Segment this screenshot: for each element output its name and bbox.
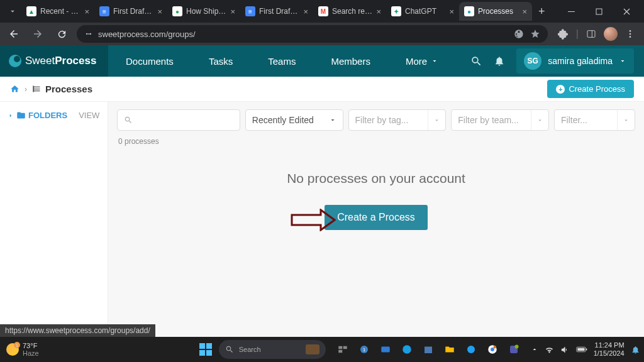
app-body: FOLDERS VIEW Recently Edited Filter by t… [0,102,644,337]
tab-strip: ▲Recent - Goo× ≡First Draft for× ●How Sh… [0,0,644,23]
filter-tag[interactable]: Filter by tag... [348,109,447,131]
tab-title: Processes [478,7,518,16]
app-icon[interactable] [462,340,480,359]
extensions-icon[interactable] [558,29,569,40]
chevron-down-icon [431,57,438,65]
search-input[interactable] [117,109,240,131]
app-header: SweetProcess Documents Tasks Teams Membe… [0,45,644,77]
search-icon[interactable] [470,55,482,67]
browser-tab[interactable]: ✦ChatGPT× [386,2,459,21]
bell-icon[interactable] [494,55,505,67]
svg-rect-13 [338,350,342,353]
sort-select[interactable]: Recently Edited [245,109,343,131]
url-input[interactable]: sweetprocess.com/groups/ [77,25,548,43]
browser-tab[interactable]: ≡First Draft for× [94,2,167,21]
back-button[interactable] [5,25,23,43]
chevron-right-icon [8,112,14,119]
close-icon[interactable]: × [84,7,89,16]
browser-tab[interactable]: ▲Recent - Goo× [21,2,94,21]
close-icon[interactable]: × [157,7,162,16]
translate-icon[interactable] [514,29,524,39]
browser-tab[interactable]: ●How ShipCalm× [167,2,240,21]
notifications-icon[interactable] [631,345,640,354]
edge-icon[interactable] [397,340,416,359]
bookmark-icon[interactable] [530,29,540,39]
filter-row: Recently Edited Filter by tag... Filter … [117,109,635,131]
tab-title: Search results [332,7,372,16]
close-icon[interactable]: × [303,7,308,16]
logo-icon [9,55,21,67]
create-process-button[interactable]: + Create Process [547,80,634,98]
sidebar-folders[interactable]: FOLDERS [8,111,67,120]
taskbar-weather[interactable]: 1 73°F Haze [0,342,45,357]
logo[interactable]: SweetProcess [0,45,108,77]
create-a-process-button[interactable]: Create a Process [325,205,428,230]
close-icon[interactable]: × [376,7,381,16]
browser-tab[interactable]: ≡First Draft for× [240,2,313,21]
site-info-icon[interactable] [84,30,93,38]
taskbar-clock[interactable]: 11:24 PM 1/15/2024 [594,341,625,358]
docs-icon: ≡ [245,6,255,16]
chrome-menu-icon[interactable] [625,29,635,39]
wifi-icon[interactable] [545,345,554,354]
tab-dropdown-icon[interactable] [4,7,21,16]
copilot-icon[interactable]: 1 [355,340,374,359]
close-icon[interactable]: × [449,7,454,16]
main-nav: Documents Tasks Teams Members More [108,45,456,77]
svg-point-8 [630,33,631,35]
maximize-button[interactable] [585,2,613,21]
svg-point-2 [86,33,87,35]
battery-icon[interactable] [576,346,587,353]
volume-icon[interactable] [560,345,570,354]
taskbar-search[interactable]: Search [219,340,326,359]
store-icon[interactable] [419,340,438,359]
svg-point-24 [514,345,518,349]
reload-button[interactable] [53,25,70,43]
explorer-icon[interactable] [440,340,459,359]
nav-members[interactable]: Members [313,45,388,77]
chrome-icon[interactable] [483,340,502,359]
home-icon[interactable] [10,84,19,94]
browser-tab[interactable]: MSearch results× [313,2,386,21]
search-badge-icon [306,344,319,354]
browser-tab-active[interactable]: ●Processes× [459,2,532,21]
side-panel-icon[interactable] [586,29,596,39]
empty-state: No processes on your account Create a Pr… [117,171,635,230]
address-bar: sweetprocess.com/groups/ | [0,23,644,45]
svg-rect-10 [33,86,34,92]
svg-rect-12 [343,346,347,349]
close-icon[interactable]: × [522,7,527,16]
svg-text:1: 1 [363,347,365,353]
search-icon [225,345,234,354]
browser-chrome: ▲Recent - Goo× ≡First Draft for× ●How Sh… [0,0,644,45]
mail-icon[interactable] [376,340,395,359]
filter-generic[interactable]: Filter... [554,109,635,131]
nav-teams[interactable]: Teams [250,45,313,77]
user-menu[interactable]: SG samira galadima [516,48,634,74]
filter-team[interactable]: Filter by team... [451,109,549,131]
svg-rect-5 [587,31,595,38]
sweetprocess-icon: ● [464,6,474,16]
svg-point-4 [90,33,91,35]
teams-icon[interactable] [504,340,523,359]
nav-tasks[interactable]: Tasks [191,45,250,77]
close-window-button[interactable] [613,2,640,21]
weather-cond: Haze [23,349,39,357]
start-button[interactable] [196,340,215,359]
weather-temp: 73°F [23,342,39,349]
minimize-button[interactable] [557,2,585,21]
folder-icon [16,111,26,120]
processes-icon [32,84,42,94]
close-icon[interactable]: × [230,7,235,16]
tab-title: First Draft for [259,7,299,16]
new-tab-button[interactable]: + [532,5,552,18]
svg-point-17 [402,345,411,354]
nav-more[interactable]: More [388,45,456,77]
tray-chevron-icon[interactable] [531,346,538,353]
sidebar-view[interactable]: VIEW [79,111,99,120]
nav-documents[interactable]: Documents [108,45,191,77]
taskview-icon[interactable] [333,340,352,359]
profile-avatar[interactable] [604,27,618,41]
empty-title: No processes on your account [117,171,635,186]
forward-button[interactable] [29,25,47,43]
